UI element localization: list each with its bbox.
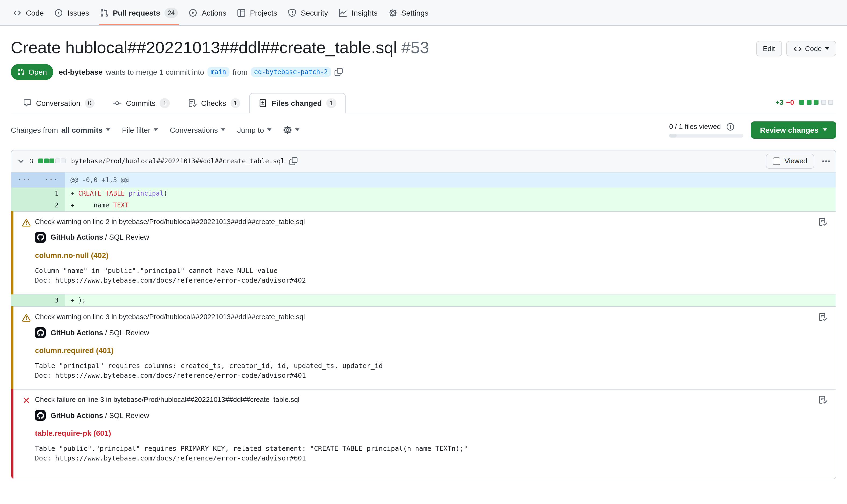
tab-checks[interactable]: Checks1 [179,93,250,113]
code-dropdown-button[interactable]: Code [786,41,836,56]
pull-requests-count-badge: 24 [164,8,178,17]
new-line-number: 3 [38,294,65,306]
file-filter-label: File filter [122,126,150,134]
diffstat-square [807,100,811,105]
conversations-label: Conversations [170,126,218,134]
issue-opened-icon [55,8,63,17]
check-doc-link: Doc: https://www.bytebase.com/docs/refer… [35,371,827,380]
viewed-checkbox[interactable] [773,158,780,165]
tab-commits[interactable]: Commits1 [104,93,179,113]
file-header: 3 bytebase/Prod/hublocal##20221013##ddl#… [11,150,836,173]
nav-label: Insights [352,8,378,17]
check-annotation-warning-line2: Check warning on line 2 in bytebase/Prod… [11,211,836,295]
nav-item-pull-requests[interactable]: Pull requests24 [95,0,183,25]
collapse-file-chevron-icon[interactable] [17,157,25,165]
checklist-icon [188,99,197,107]
nav-item-issues[interactable]: Issues [49,0,95,25]
nav-item-security[interactable]: Security [283,0,333,25]
check-doc-link: Doc: https://www.bytebase.com/docs/refer… [35,276,827,285]
nav-label: Actions [201,8,226,17]
pr-author[interactable]: ed-bytebase [59,68,103,76]
tab-count: 1 [326,98,336,108]
check-context: / SQL Review [105,412,149,420]
chevron-down-icon [154,129,158,131]
check-annotation-failure-line3: Check failure on line 3 in bytebase/Prod… [11,389,836,479]
viewed-toggle-button[interactable]: Viewed [765,154,814,169]
annotation-title: Check warning on line 3 in bytebase/Prod… [35,313,305,321]
annotation-checklist-icon[interactable] [818,218,827,226]
file-path[interactable]: bytebase/Prod/hublocal##20221013##ddl##c… [71,158,285,165]
new-line-number: 2 [38,199,65,211]
check-annotation-warning-line3: Check warning on line 3 in bytebase/Prod… [11,306,836,390]
github-mark-icon [37,329,44,336]
files-viewed-bar [669,134,743,138]
copy-icon [334,68,343,76]
github-actions-avatar [35,327,46,338]
play-icon [188,8,197,17]
code-button-label: Code [805,44,822,53]
file-diff-icon [259,99,267,107]
check-message: Column "name" in "public"."principal" ca… [35,266,827,276]
conversations-dropdown[interactable]: Conversations [170,126,226,134]
tab-label: Commits [126,99,155,107]
check-context: / SQL Review [105,328,149,337]
tab-label: Files changed [272,99,322,107]
additions-count: +3 [776,98,783,106]
pr-number: #53 [401,38,429,57]
check-rule-name: table.require-pk (601) [35,429,827,438]
old-line-number [11,199,38,211]
nav-item-code[interactable]: Code [7,0,49,25]
diff-line-code: + name TEXT [65,199,836,211]
changes-from-dropdown[interactable]: Changes fromall commits [11,126,110,134]
annotation-title: Check failure on line 3 in bytebase/Prod… [35,396,299,404]
diff-line-3[interactable]: 3 + ); [11,294,836,306]
copy-branch-button[interactable] [334,68,343,76]
copy-path-button[interactable] [289,157,298,165]
changes-from-value: all commits [61,126,103,134]
info-icon[interactable] [726,123,735,131]
tab-conversation[interactable]: Conversation0 [14,93,104,113]
file-options-kebab-icon[interactable] [822,157,830,165]
gear-icon [388,8,397,17]
head-branch-label[interactable]: ed-bytebase-patch-2 [251,67,331,77]
expand-diff-up-icon[interactable]: ··· [11,173,38,187]
old-line-number [11,294,38,306]
check-rule-name: column.required (401) [35,346,827,355]
annotation-checklist-icon[interactable] [818,396,827,404]
diff-line-1[interactable]: 1 + CREATE TABLE principal( [11,187,836,199]
expand-diff-down-icon[interactable]: ··· [38,173,65,187]
nav-item-insights[interactable]: Insights [334,0,383,25]
check-context: / SQL Review [105,233,149,241]
check-message: Table "principal" requires columns: crea… [35,361,827,371]
old-line-number [11,187,38,199]
review-changes-button[interactable]: Review changes [751,122,836,139]
diff-settings-dropdown[interactable] [283,126,299,134]
merge-text: wants to merge 1 commit into [106,68,204,76]
jump-to-dropdown[interactable]: Jump to [237,126,272,134]
jump-to-label: Jump to [237,126,264,134]
alert-triangle-icon [22,313,31,322]
tab-files-changed[interactable]: Files changed1 [250,93,345,113]
chevron-down-icon [825,47,829,50]
code-icon [793,44,802,53]
base-branch-label[interactable]: main [208,67,230,77]
file-filter-dropdown[interactable]: File filter [122,126,158,134]
git-pull-request-icon [17,68,25,76]
nav-label: Settings [401,8,428,17]
check-app-name: GitHub Actions [51,412,103,420]
nav-item-actions[interactable]: Actions [183,0,232,25]
edit-button[interactable]: Edit [756,41,782,56]
nav-item-projects[interactable]: Projects [232,0,283,25]
chevron-down-icon [267,129,271,131]
deletions-count: −0 [786,98,794,106]
diff-line-2[interactable]: 2 + name TEXT [11,199,836,211]
nav-item-settings[interactable]: Settings [383,0,434,25]
changes-from-label: Changes from [11,126,58,134]
nav-label: Issues [68,8,89,17]
chevron-down-icon [295,129,299,131]
chevron-down-icon [221,129,226,131]
nav-label: Projects [250,8,277,17]
annotation-checklist-icon[interactable] [818,313,827,321]
x-icon [22,396,31,405]
tab-count: 1 [231,98,240,108]
